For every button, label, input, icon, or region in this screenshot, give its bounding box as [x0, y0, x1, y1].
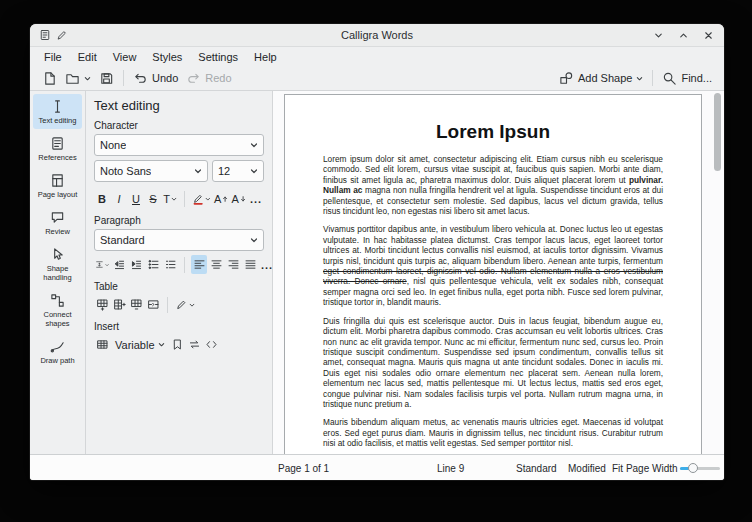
- insert-code-button[interactable]: [204, 335, 220, 354]
- references-icon: [50, 136, 65, 151]
- align-center-button[interactable]: [208, 255, 224, 274]
- text-run[interactable]: Vivamus porttitor dapibus ante, in vesti…: [323, 224, 663, 265]
- zoom-slider-handle[interactable]: [688, 463, 698, 473]
- undo-button[interactable]: Undo: [129, 69, 182, 88]
- paragraph[interactable]: Vivamus porttitor dapibus ante, in vesti…: [323, 224, 663, 307]
- bullet-list-button[interactable]: [145, 255, 161, 274]
- save-button[interactable]: [95, 69, 118, 88]
- tool-tab-strip: Text editing References Page layout Revi…: [30, 91, 86, 454]
- tool-tab-draw-path[interactable]: Draw path: [33, 334, 82, 369]
- code-brackets-icon: [205, 338, 218, 351]
- tool-tab-references[interactable]: References: [33, 131, 82, 166]
- chevron-down-icon: [250, 167, 258, 175]
- text-run[interactable]: Mauris bibendum aliquam metus, ac venena…: [323, 417, 663, 448]
- close-button[interactable]: [701, 28, 715, 42]
- numbered-list-button[interactable]: [162, 255, 178, 274]
- insert-table-button[interactable]: [94, 335, 110, 354]
- paragraph-style-select[interactable]: Standard: [94, 229, 264, 251]
- redo-label: Redo: [205, 72, 231, 84]
- chevron-down-icon: [194, 167, 202, 175]
- tool-tab-shape-handling[interactable]: Shape handling: [33, 242, 82, 286]
- tool-tab-connect-shapes[interactable]: Connect shapes: [33, 288, 82, 332]
- shape-handling-icon: [50, 247, 65, 262]
- insert-bookmark-button[interactable]: [170, 335, 186, 354]
- insert-column-icon: [113, 298, 126, 311]
- grow-font-button[interactable]: A: [213, 189, 230, 208]
- paragraph[interactable]: Lorem ipsum dolor sit amet, consectetur …: [323, 154, 663, 216]
- increase-indent-button[interactable]: [128, 255, 144, 274]
- numbered-list-icon: [164, 258, 177, 271]
- pencil-icon: [56, 29, 68, 41]
- open-document-button[interactable]: [61, 69, 95, 88]
- menu-view[interactable]: View: [105, 50, 145, 64]
- paragraph[interactable]: Duis fringilla dui quis est scelerisque …: [323, 316, 663, 410]
- character-more-button[interactable]: ...: [248, 189, 264, 208]
- table-border-pen-button[interactable]: [174, 295, 196, 314]
- zoom-slider[interactable]: [680, 462, 720, 474]
- merge-cells-button[interactable]: [145, 295, 161, 314]
- page-indicator: Page 1 of 1: [278, 462, 329, 473]
- titlebar[interactable]: Calligra Words: [30, 24, 724, 47]
- menu-settings[interactable]: Settings: [190, 50, 246, 64]
- vertical-scrollbar[interactable]: [714, 93, 721, 452]
- text-run[interactable]: Duis fringilla dui quis est scelerisque …: [323, 316, 663, 409]
- find-button[interactable]: Find...: [658, 69, 716, 88]
- text-editing-icon: [50, 99, 65, 114]
- search-icon: [662, 71, 677, 86]
- redo-button[interactable]: Redo: [182, 69, 235, 88]
- chevron-down-icon: [189, 302, 195, 308]
- insert-column-button[interactable]: [111, 295, 127, 314]
- paragraph[interactable]: Mauris bibendum aliquam metus, ac venena…: [323, 417, 663, 448]
- align-right-button[interactable]: [225, 255, 241, 274]
- insert-variable-button[interactable]: Variable: [111, 335, 169, 354]
- insert-swap-button[interactable]: [187, 335, 203, 354]
- paragraph-section-label: Paragraph: [94, 215, 264, 226]
- document-body[interactable]: Lorem ipsum dolor sit amet, consectetur …: [323, 154, 663, 449]
- tool-options-docker: Text editing Character None Noto Sans 12: [86, 91, 273, 454]
- menu-styles[interactable]: Styles: [144, 50, 190, 64]
- delete-row-button[interactable]: [128, 295, 144, 314]
- character-style-select[interactable]: None: [94, 134, 264, 156]
- menu-edit[interactable]: Edit: [70, 50, 105, 64]
- review-icon: [50, 210, 65, 225]
- strikethrough-button[interactable]: S: [145, 189, 161, 208]
- underline-button[interactable]: U: [128, 189, 144, 208]
- chevron-down-icon: [171, 196, 177, 202]
- toolbar-separator: [652, 70, 653, 86]
- font-family-select[interactable]: Noto Sans: [94, 160, 208, 182]
- bold-button[interactable]: B: [94, 189, 110, 208]
- line-indicator: Line 9: [437, 462, 464, 473]
- minimize-button[interactable]: [651, 28, 665, 42]
- scrollbar-thumb[interactable]: [714, 93, 721, 171]
- decrease-indent-button[interactable]: [111, 255, 127, 274]
- align-justify-button[interactable]: [242, 255, 258, 274]
- insert-row-button[interactable]: [94, 295, 110, 314]
- tool-tab-review[interactable]: Review: [33, 205, 82, 240]
- menu-help[interactable]: Help: [246, 50, 285, 64]
- text-run[interactable]: magna non nulla fringilla hendrerit vel …: [323, 185, 663, 216]
- superscript-button[interactable]: T: [162, 189, 178, 208]
- add-shape-button[interactable]: Add Shape: [555, 69, 647, 88]
- text-color-button[interactable]: [191, 189, 212, 208]
- open-folder-icon: [65, 71, 80, 86]
- maximize-button[interactable]: [676, 28, 690, 42]
- text-color-icon: [192, 192, 204, 205]
- text-run[interactable]: Lorem ipsum dolor sit amet, consectetur …: [323, 154, 663, 185]
- chevron-down-icon: [158, 341, 165, 348]
- document-canvas[interactable]: Lorem Ipsun Lorem ipsum dolor sit amet, …: [273, 91, 724, 454]
- zoom-mode-button[interactable]: Fit Page Width: [612, 462, 678, 473]
- align-left-button[interactable]: [191, 255, 207, 274]
- font-size-select[interactable]: 12: [212, 160, 264, 182]
- titlebar-icons: [39, 29, 68, 41]
- align-justify-icon: [244, 258, 257, 271]
- shrink-font-button[interactable]: A: [230, 189, 247, 208]
- line-spacing-button[interactable]: [94, 255, 110, 274]
- italic-button[interactable]: I: [111, 189, 127, 208]
- tool-tab-text-editing[interactable]: Text editing: [33, 94, 82, 129]
- menu-file[interactable]: File: [36, 50, 70, 64]
- document-heading[interactable]: Lorem Ipsun: [323, 121, 663, 143]
- tool-tab-page-layout[interactable]: Page layout: [33, 168, 82, 203]
- document-page[interactable]: Lorem Ipsun Lorem ipsum dolor sit amet, …: [284, 94, 702, 454]
- swap-arrows-icon: [188, 338, 201, 351]
- new-document-button[interactable]: [38, 69, 61, 88]
